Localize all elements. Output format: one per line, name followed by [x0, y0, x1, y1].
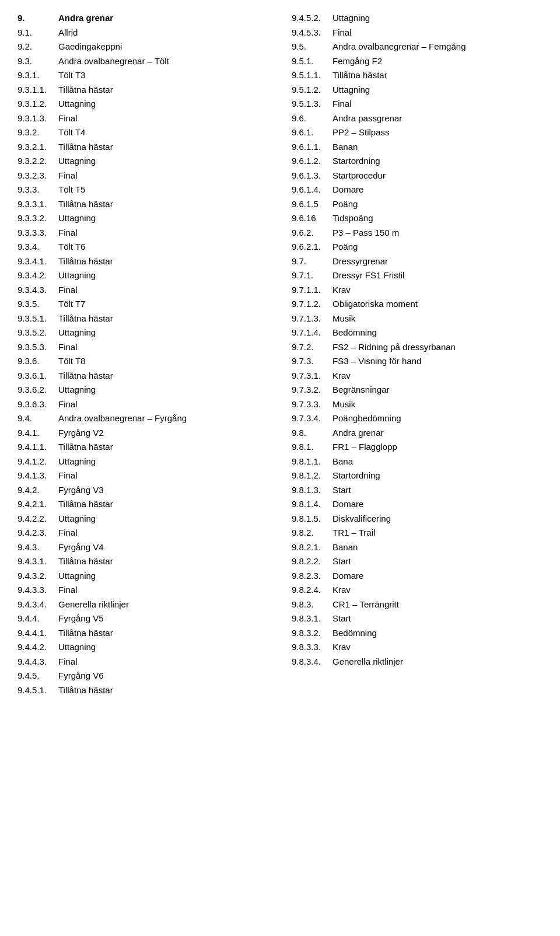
entry-number: 9.3.2.	[18, 126, 58, 139]
list-item: 9.8.1.4.Domare	[292, 498, 542, 511]
entry-number: 9.4.5.3.	[292, 26, 332, 40]
entry-text: Final	[58, 284, 78, 297]
entry-number: 9.4.4.2.	[18, 641, 58, 654]
list-item: 9.6.16Tidspoäng	[292, 212, 542, 225]
entry-text: Allrid	[58, 26, 78, 40]
entry-text: Musik	[332, 312, 355, 326]
entry-number: 9.7.1.	[292, 269, 332, 282]
list-item: 9.3.1.3.Final	[18, 112, 268, 125]
list-item: 9.8.3.4.Generella riktlinjer	[292, 655, 542, 669]
entry-text: Uttagning	[58, 455, 96, 469]
list-item: 9.6.2.1.Poäng	[292, 240, 542, 254]
entry-text: Uttagning	[58, 326, 96, 340]
entry-text: Generella riktlinjer	[332, 655, 403, 669]
entry-text: Tillåtna hästar	[58, 255, 113, 268]
list-item: 9.3.2.3.Final	[18, 169, 268, 183]
entry-number: 9.4.5.1.	[18, 684, 58, 697]
entry-text: Tölt T3	[58, 69, 85, 82]
entry-text: Bedömning	[332, 326, 377, 340]
entry-number: 9.5.1.2.	[292, 83, 332, 97]
entry-number: 9.7.1.2.	[292, 298, 332, 311]
entry-number: 9.4.2.	[18, 484, 58, 497]
list-item: 9.6.1.3.Startprocedur	[292, 169, 542, 183]
list-item: 9.7.1.2.Obligatoriska moment	[292, 298, 542, 311]
entry-text: CR1 – Terrängritt	[332, 598, 399, 612]
entry-text: Final	[332, 97, 352, 111]
entry-number: 9.3.6.1.	[18, 369, 58, 383]
entry-number: 9.4.	[18, 412, 58, 425]
entry-text: Tölt T6	[58, 240, 85, 254]
entry-number: 9.5.	[292, 40, 332, 54]
list-item: 9.8.2.4.Krav	[292, 584, 542, 597]
entry-number: 9.7.3.	[292, 355, 332, 368]
entry-text: Krav	[332, 584, 351, 597]
entry-text: Uttagning	[58, 641, 96, 654]
entry-text: Final	[332, 26, 352, 40]
list-item: 9.5.1.2.Uttagning	[292, 83, 542, 97]
entry-number: 9.8.3.	[292, 598, 332, 612]
entry-number: 9.4.3.2.	[18, 570, 58, 583]
list-item: 9.5.1.3.Final	[292, 97, 542, 111]
entry-text: Banan	[332, 541, 358, 554]
entry-number: 9.8.	[292, 427, 332, 440]
list-item: 9.3.1.2.Uttagning	[18, 97, 268, 111]
list-item: 9.7.1.Dressyr FS1 Fristil	[292, 269, 542, 282]
list-item: 9.8.3.2.Bedömning	[292, 627, 542, 640]
entry-number: 9.1.	[18, 26, 58, 40]
entry-number: 9.3.5.3.	[18, 341, 58, 354]
entry-text: Dressyrgrenar	[332, 255, 388, 268]
list-item: 9.4.1.3.Final	[18, 469, 268, 483]
list-item: 9.3.5.1.Tillåtna hästar	[18, 312, 268, 326]
list-item: 9.6.1.1.Banan	[292, 141, 542, 154]
list-item: 9.6.Andra passgrenar	[292, 112, 542, 125]
entry-text: Tölt T4	[58, 126, 85, 139]
entry-text: Uttagning	[58, 383, 96, 397]
list-item: 9.3.2.1.Tillåtna hästar	[18, 141, 268, 154]
list-item: 9.3.Andra ovalbanegrenar – Tölt	[18, 55, 268, 68]
entry-text: Fyrgång V4	[58, 541, 104, 554]
entry-number: 9.3.2.3.	[18, 169, 58, 183]
list-item: 9.4.5.Fyrgång V6	[18, 669, 268, 683]
entry-number: 9.8.1.1.	[292, 455, 332, 469]
entry-number: 9.7.1.4.	[292, 326, 332, 340]
entry-number: 9.6.1.	[292, 126, 332, 139]
entry-number: 9.8.1.5.	[292, 512, 332, 526]
entry-text: TR1 – Trail	[332, 526, 375, 540]
list-item: 9.3.6.Tölt T8	[18, 355, 268, 368]
entry-number: 9.3.3.	[18, 183, 58, 197]
entry-text: Fyrgång V5	[58, 612, 104, 626]
list-item: 9.6.1.4.Domare	[292, 183, 542, 197]
entry-number: 9.6.2.	[292, 226, 332, 240]
entry-number: 9.3.1.2.	[18, 97, 58, 111]
entry-number: 9.6.1.2.	[292, 155, 332, 168]
list-item: 9.8.1.3.Start	[292, 484, 542, 497]
entry-text: Domare	[332, 183, 363, 197]
column-right: 9.4.5.2.Uttagning9.4.5.3.Final9.5.Andra …	[292, 12, 542, 698]
entry-text: Startordning	[332, 469, 380, 483]
entry-number: 9.4.3.3.	[18, 584, 58, 597]
list-item: 9.3.2.Tölt T4	[18, 126, 268, 139]
entry-text: Bana	[332, 455, 353, 469]
entry-text: Andra ovalbanegrenar – Fyrgång	[58, 412, 187, 425]
entry-text: Gaedingakeppni	[58, 40, 122, 54]
entry-number: 9.7.3.1.	[292, 369, 332, 383]
list-item: 9.3.6.3.Final	[18, 398, 268, 411]
entry-number: 9.4.1.1.	[18, 441, 58, 454]
entry-number: 9.3.5.1.	[18, 312, 58, 326]
entry-text: Poäng	[332, 198, 358, 211]
entry-text: Tillåtna hästar	[58, 198, 113, 211]
entry-number: 9.3.2.1.	[18, 141, 58, 154]
entry-text: Diskvalificering	[332, 512, 391, 526]
list-item: 9.8.1.FR1 – Flagglopp	[292, 441, 542, 454]
entry-text: Poäng	[332, 240, 358, 254]
entry-text: Final	[58, 112, 78, 125]
list-item: 9.3.4.2.Uttagning	[18, 269, 268, 282]
entry-number: 9.7.1.3.	[292, 312, 332, 326]
entry-number: 9.4.1.3.	[18, 469, 58, 483]
list-item: 9.4.4.Fyrgång V5	[18, 612, 268, 626]
entry-text: Tillåtna hästar	[58, 684, 113, 697]
entry-text: Uttagning	[58, 512, 96, 526]
list-item: 9.6.1.PP2 – Stilpass	[292, 126, 542, 139]
entry-text: Generella riktlinjer	[58, 598, 129, 612]
list-item: 9.4.2.1.Tillåtna hästar	[18, 498, 268, 511]
